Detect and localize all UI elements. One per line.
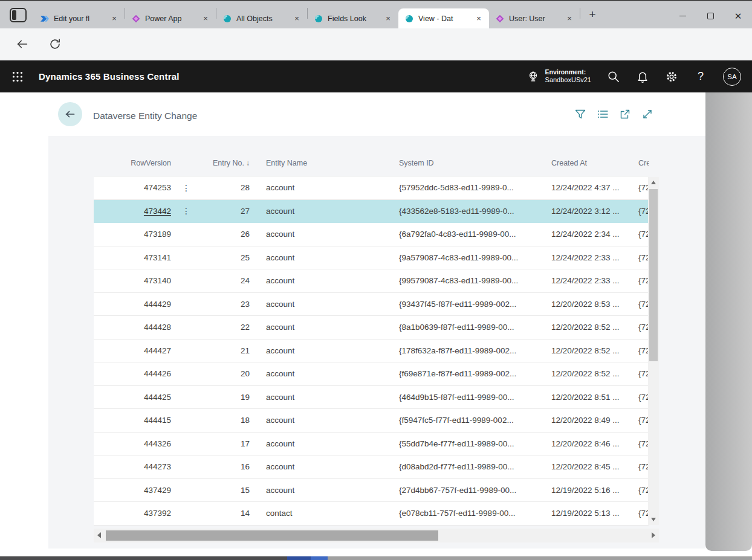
environment-globe-icon [527,70,540,83]
table-row[interactable]: 44442519account{464d9b15-f87f-ed11-9989-… [94,386,649,410]
vertical-scrollbar-thumb[interactable] [649,189,658,361]
column-header-label: System ID [399,159,434,167]
back-button[interactable] [15,36,30,52]
cell-value: {72 [638,230,649,239]
column-header-create[interactable]: Create [634,159,649,167]
browser-tab-4[interactable]: Fields Look× [308,8,398,29]
vertical-scrollbar[interactable] [648,177,659,525]
browser-tab-6[interactable]: User: User× [489,8,580,29]
browser-address-bar: https://businesscentral.dynamics.com/a63… [0,28,752,60]
column-header-entry-no-[interactable]: Entry No.↓ [201,159,250,167]
table-row[interactable]: 44442822account{8a1b0639-f87f-ed11-9989-… [94,316,649,340]
cell-row-version[interactable]: 473140 [94,276,171,285]
tab-actions-icon[interactable] [10,8,27,22]
close-tab-icon[interactable]: × [200,13,211,24]
cell-row-version[interactable]: 444428 [94,323,171,332]
horizontal-scrollbar[interactable] [94,529,659,542]
help-icon[interactable]: ? [694,70,707,83]
cell-row-version[interactable]: 444427 [94,346,171,355]
cell-value: 12/19/2022 5:16 ... [551,486,620,495]
scroll-left-icon[interactable] [97,532,101,538]
column-header-entity-name[interactable]: Entity Name [250,159,393,167]
cell-row-version[interactable]: 444415 [94,416,171,425]
table-row[interactable]: 474253⋮28account{57952ddc-5d83-ed11-9989… [94,176,649,200]
refresh-button[interactable] [47,36,63,52]
environment-indicator[interactable]: Environment: SandboxUSv21 [527,68,591,85]
column-header-rowversion[interactable]: RowVersion [94,159,171,167]
account-avatar[interactable]: SA [723,68,741,86]
browser-tab-1[interactable]: Edit your fl× [34,8,125,29]
right-gutter [705,92,752,551]
table-row[interactable]: 44442620account{f69e871e-f87f-ed11-9989-… [94,362,649,386]
cell-row-version[interactable]: 437392 [94,509,171,518]
cell-row-version[interactable]: 444429 [94,300,171,309]
table-row[interactable]: 47314125account{9a579087-4c83-ed11-9989-… [94,246,649,270]
window-controls: ✕ [669,2,752,30]
column-header-created-at[interactable]: Created At [544,159,634,167]
cell-value: 19 [241,393,250,402]
cell-row-version[interactable]: 444425 [94,393,171,402]
browser-tab-2[interactable]: Power App× [125,8,216,29]
notifications-bell-icon[interactable] [636,70,649,83]
cell-row-version[interactable]: 437429 [94,486,171,495]
cell-value: 23 [241,300,250,309]
cell-created-at: 12/20/2022 8:49 ... [544,416,634,425]
cell-row-version[interactable]: 444426 [94,369,171,378]
column-header-label: Create [638,159,649,167]
minimize-button[interactable] [669,2,696,30]
row-overflow-menu-icon[interactable]: ⋮ [182,183,190,193]
horizontal-scrollbar-thumb[interactable] [106,530,438,541]
table-row[interactable]: 44442721account{178f632a-f87f-ed11-9989-… [94,340,649,363]
page-back-button[interactable] [58,102,82,126]
cell-entity-name: account [250,276,393,285]
close-tab-icon[interactable]: × [291,13,302,24]
app-header-right: Environment: SandboxUSv21 ? SA [527,60,745,92]
new-tab-button[interactable]: + [584,7,601,24]
table-row[interactable]: 44427316account{d08abd2d-f77f-ed11-9989-… [94,455,649,479]
table-row[interactable]: 43742915account{27d4bb67-757f-ed11-9989-… [94,479,649,503]
cell-row-version[interactable]: 444326 [94,439,171,448]
scroll-up-icon[interactable] [651,181,656,184]
close-window-button[interactable]: ✕ [724,2,752,30]
close-tab-icon[interactable]: × [564,13,575,24]
cell-row-version[interactable]: 473141 [94,253,171,262]
cell-row-version[interactable]: 474253 [94,183,171,192]
app-launcher-icon[interactable] [12,71,23,82]
table-row[interactable]: 44441518account{f5947fc5-f77f-ed11-9989-… [94,409,649,433]
row-overflow-menu-icon[interactable]: ⋮ [182,206,190,216]
table-row[interactable]: 47314024account{99579087-4c83-ed11-9989-… [94,269,649,293]
expand-icon[interactable] [641,108,653,120]
cell-entry-no: 17 [201,439,250,448]
table-row[interactable]: 47318926account{6a792fa0-4c83-ed11-9989-… [94,223,649,246]
close-tab-icon[interactable]: × [109,13,120,24]
cell-entity-name: account [250,346,393,355]
settings-gear-icon[interactable] [665,70,678,83]
open-in-window-icon[interactable] [619,108,631,120]
cell-value: 473141 [144,253,171,262]
cell-created-at: 12/20/2022 8:45 ... [544,462,634,471]
browser-tab-3[interactable]: All Objects× [216,8,307,29]
table-row[interactable]: 43739214contact{e078cb11-757f-ed11-9989-… [94,502,649,526]
search-icon[interactable] [607,70,620,83]
cell-value: 12/24/2022 2:33 ... [551,253,620,262]
filter-icon[interactable] [574,108,586,120]
scroll-right-icon[interactable] [652,532,655,538]
table-row[interactable]: 473442⋮27account{433562e8-5183-ed11-9989… [94,200,649,224]
scroll-down-icon[interactable] [651,518,656,521]
table-row[interactable]: 44442923account{93437f45-f87f-ed11-9989-… [94,293,649,317]
app-title[interactable]: Dynamics 365 Business Central [39,71,180,82]
cell-system-id: {27d4bb67-757f-ed11-9989-00... [393,486,544,495]
cell-row-version[interactable]: 473442 [94,207,171,216]
cell-row-version[interactable]: 444273 [94,462,171,471]
cell-entity-name: account [250,462,393,471]
table-row[interactable]: 44432617account{55dd7b4e-f77f-ed11-9989-… [94,433,649,456]
cell-created-by: {72 [634,393,649,402]
cell-value: 26 [241,230,250,239]
browser-tab-5[interactable]: View - Dat× [398,8,489,29]
close-tab-icon[interactable]: × [383,13,394,24]
cell-row-version[interactable]: 473189 [94,230,171,239]
maximize-button[interactable] [696,2,724,30]
list-view-icon[interactable] [597,108,609,120]
close-tab-icon[interactable]: × [473,13,484,24]
column-header-system-id[interactable]: System ID [393,159,544,167]
